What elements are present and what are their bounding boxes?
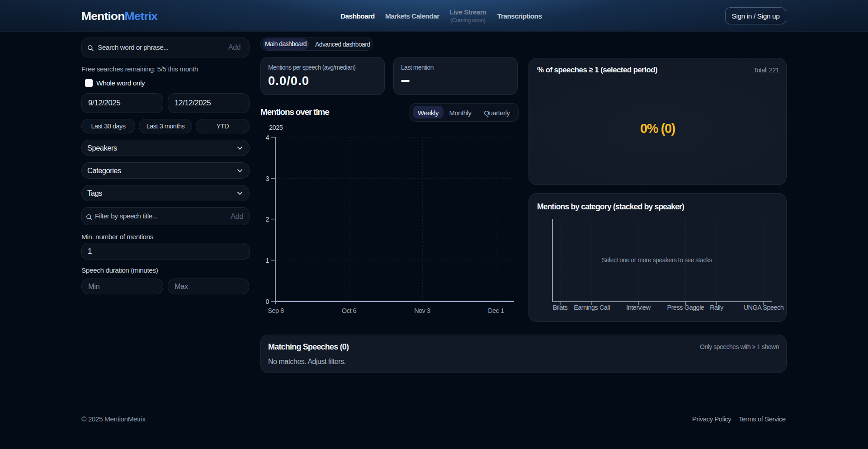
svg-text:3: 3 (265, 175, 269, 182)
svg-text:Nov 3: Nov 3 (414, 307, 430, 314)
svg-text:UNGA Speech: UNGA Speech (744, 304, 784, 311)
svg-text:2025: 2025 (269, 124, 283, 131)
svg-text:Sep 8: Sep 8 (268, 307, 284, 314)
svg-text:4: 4 (265, 134, 269, 141)
svg-text:Rally: Rally (710, 304, 724, 311)
svg-text:Earnings Call: Earnings Call (574, 304, 610, 311)
svg-text:Select one or more speakers to: Select one or more speakers to see stack… (602, 256, 712, 264)
svg-text:Bilats: Bilats (553, 304, 568, 311)
svg-text:Dec 1: Dec 1 (488, 307, 504, 314)
svg-text:1: 1 (265, 257, 269, 264)
svg-text:Interview: Interview (626, 304, 651, 311)
svg-text:Oct 6: Oct 6 (342, 307, 357, 314)
svg-text:0: 0 (265, 298, 269, 305)
svg-text:Press Gaggle: Press Gaggle (667, 304, 704, 311)
svg-text:2: 2 (265, 216, 269, 223)
